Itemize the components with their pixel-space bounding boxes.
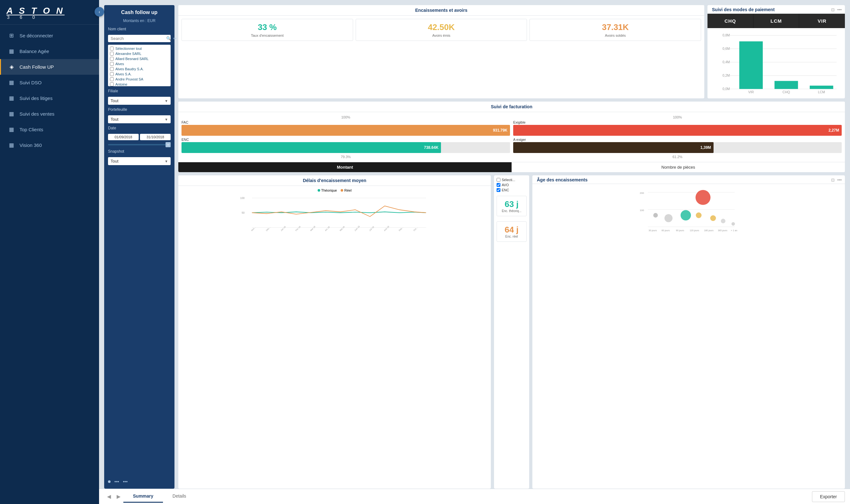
right-pct-bottom: 61.2% xyxy=(513,155,842,159)
check-label-selecti: Sélecti... xyxy=(502,178,515,182)
client-select-all[interactable]: Sélectionner tout xyxy=(110,46,169,51)
checkbox-enc[interactable] xyxy=(497,188,500,192)
client-label: Andre Pruvost SA xyxy=(116,77,143,81)
svg-text:Juil 18: Juil 18 xyxy=(369,226,374,231)
svg-text:Jan 18: Jan 18 xyxy=(280,226,286,232)
list-item[interactable]: Alexandre SARL xyxy=(110,51,169,56)
nav-arrow-left[interactable]: ◀ xyxy=(104,492,114,501)
nom-client-label: Nom client xyxy=(108,27,171,31)
sidebar-item-label: Balance Agée xyxy=(19,49,49,54)
search-input[interactable] xyxy=(110,36,164,41)
check-selecti: Sélecti... xyxy=(497,178,527,182)
bar-aexiger: 1,39M xyxy=(513,142,713,153)
method-vir: VIR xyxy=(799,14,845,28)
sidebar-item-logout[interactable]: ⊞ Se déconnecter xyxy=(0,28,99,43)
filiale-dropdown[interactable]: Tout ▼ xyxy=(108,97,171,105)
checkbox-alves-baudry[interactable] xyxy=(110,67,114,71)
bubble-4 xyxy=(696,212,702,218)
snapshot-dropdown[interactable]: Tout ▼ xyxy=(108,157,171,165)
list-item[interactable]: Alves S.A. xyxy=(110,72,169,77)
date-slider[interactable]: ⇔ xyxy=(108,144,171,145)
list-item[interactable]: Allard Besnard SARL xyxy=(110,56,169,61)
checkbox-select-all[interactable] xyxy=(110,47,114,51)
nav-arrow-right[interactable]: ▶ xyxy=(114,492,123,501)
dots-more-1[interactable]: ••• xyxy=(114,479,119,484)
sidebar-item-litiges[interactable]: ▦ Suivi des litiges xyxy=(0,90,99,106)
sidebar-item-vision[interactable]: ▦ Vision 360 xyxy=(0,137,99,153)
sidebar-item-topclients[interactable]: ▦ Top Clients xyxy=(0,122,99,137)
toggle-montant[interactable]: Montant xyxy=(178,162,512,172)
checkbox-allard[interactable] xyxy=(110,57,114,61)
facturation-title: Suivi de facturation xyxy=(178,102,845,112)
sidebar-item-dso[interactable]: ▦ Suivi DSO xyxy=(0,75,99,90)
svg-text:Fév 18: Fév 18 xyxy=(295,226,301,232)
sidebar: A S T O N 3 6 0 ⊞ Se déconnecter ▦ Balan… xyxy=(0,0,99,504)
client-list: Sélectionner tout Alexandre SARL Allard … xyxy=(108,45,171,86)
bar-exigible-wrap: Exigible 2,27M xyxy=(513,121,842,136)
svg-text:200: 200 xyxy=(640,192,644,195)
sidebar-item-ventes[interactable]: ▦ Suivi des ventes xyxy=(0,106,99,122)
edit-icon[interactable]: ✏ xyxy=(173,36,177,41)
date-label: Date xyxy=(108,126,171,130)
toggle-pieces[interactable]: Nombre de pièces xyxy=(512,162,845,172)
checkbox-alves-sa[interactable] xyxy=(110,72,114,76)
client-label: Alves Baudry S.A. xyxy=(116,67,144,71)
age-title: Âge des encaissements xyxy=(537,177,588,182)
bar-lcm xyxy=(810,86,833,89)
ventes-icon: ▦ xyxy=(8,110,15,117)
checkbox-andre[interactable] xyxy=(110,77,114,81)
expand-icon-age[interactable]: ⊡ xyxy=(831,178,835,182)
litiges-icon: ▦ xyxy=(8,95,15,102)
search-icon[interactable]: 🔍 xyxy=(166,36,171,41)
sidebar-item-balance[interactable]: ▦ Balance Agée xyxy=(0,43,99,59)
checkbox-alexandre[interactable] xyxy=(110,52,114,56)
dots-more-2[interactable]: ••• xyxy=(123,479,128,484)
svg-text:CHQ: CHQ xyxy=(783,90,790,94)
checkbox-antoine[interactable] xyxy=(110,83,114,86)
left-pct-top: 100% xyxy=(181,115,510,119)
sidebar-collapse-button[interactable]: ‹ xyxy=(94,7,104,17)
list-item[interactable]: Antoine xyxy=(110,82,169,86)
delais-title: Délais d'encaissement moyen xyxy=(178,175,491,186)
tab-details[interactable]: Details xyxy=(163,490,196,503)
panel-subtitle: Montants en : EUR xyxy=(108,19,171,23)
svg-text:Nov...: Nov... xyxy=(250,226,256,232)
enc-metrics: 33 % Taux d'encaissement 42.50K Avoirs é… xyxy=(178,16,704,44)
list-item[interactable]: Alves xyxy=(110,61,169,67)
portefeuille-label: Portefeuille xyxy=(108,107,171,112)
sidebar-item-label: Suivi DSO xyxy=(19,80,41,85)
portefeuille-dropdown[interactable]: Tout ▼ xyxy=(108,115,171,123)
bubble-6 xyxy=(721,219,725,223)
chevron-down-icon: ▼ xyxy=(164,159,168,163)
list-item[interactable]: Andre Pruvost SA xyxy=(110,77,169,82)
export-button[interactable]: Exporter xyxy=(812,491,845,502)
tab-summary[interactable]: Summary xyxy=(123,490,163,503)
search-box: 🔍 ✏ xyxy=(108,35,171,42)
date-to-field[interactable]: 31/10/2018 xyxy=(140,134,171,140)
filiale-value: Tout xyxy=(110,98,119,103)
svg-text:365 jours: 365 jours xyxy=(718,229,727,232)
vision-icon: ▦ xyxy=(8,142,15,148)
more-icon-age[interactable]: ••• xyxy=(837,178,842,182)
chevron-down-icon: ▼ xyxy=(164,118,168,121)
check-enc: ENC xyxy=(497,188,527,192)
more-icon[interactable]: ••• xyxy=(837,7,842,12)
checkbox-selecti[interactable] xyxy=(497,178,500,182)
bar-fac: 931.79K xyxy=(181,125,510,136)
svg-text:Mar 18: Mar 18 xyxy=(309,225,316,231)
left-filter-panel: Cash follow up Montants en : EUR Nom cli… xyxy=(104,5,175,489)
paiement-methods: CHQ LCM VIR xyxy=(707,14,845,28)
enc-checkboxes: Sélecti... AVO ENC xyxy=(497,178,527,193)
svg-text:Déc...: Déc... xyxy=(265,226,271,232)
client-label: Allard Besnard SARL xyxy=(116,57,148,61)
bar-aexiger-wrap: A exiger 1,39M xyxy=(513,138,842,153)
date-from-field[interactable]: 01/09/2018 xyxy=(108,134,139,140)
checkbox-alves[interactable] xyxy=(110,62,114,66)
expand-icon[interactable]: ⊡ xyxy=(831,7,835,12)
sidebar-item-cashfollowup[interactable]: ◈ Cash Follow UP xyxy=(0,59,99,75)
checkbox-avo[interactable] xyxy=(497,183,500,187)
paiement-card: Suivi des modes de paiement ⊡ ••• CHQ LC… xyxy=(707,5,845,98)
right-pct-top: 100% xyxy=(513,115,842,119)
list-item[interactable]: Alves Baudry S.A. xyxy=(110,67,169,72)
age-card: Âge des encaissements ⊡ ••• 200 100 xyxy=(532,175,845,489)
